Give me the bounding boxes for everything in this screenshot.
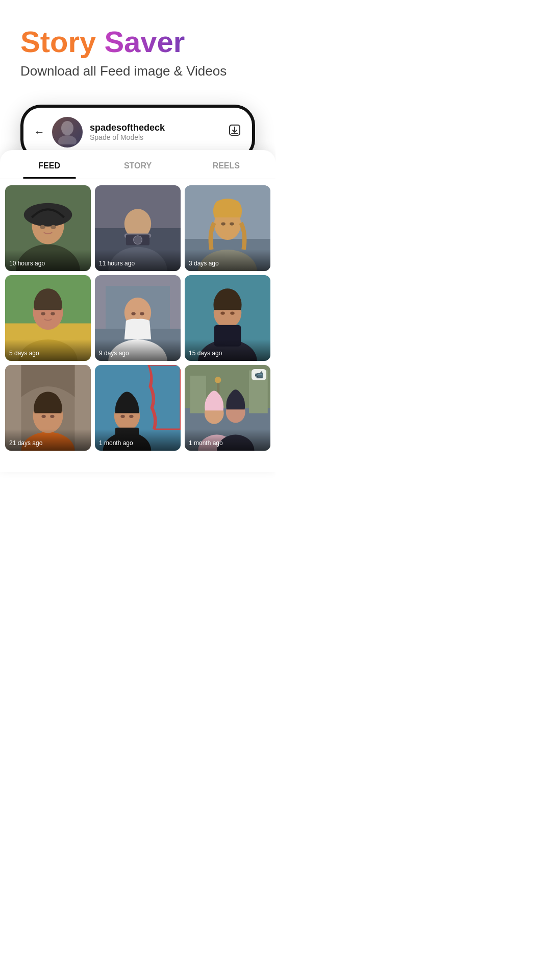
svg-point-34 — [140, 312, 144, 315]
grid-item-1[interactable]: 10 hours ago — [5, 185, 91, 271]
time-label-4: 5 days ago — [5, 339, 91, 361]
svg-point-50 — [129, 414, 133, 418]
svg-point-33 — [131, 312, 135, 315]
feed-grid: 10 hours ago 11 hours ago 3 days ago 5 d… — [0, 179, 276, 457]
svg-point-45 — [50, 414, 54, 418]
avatar-placeholder — [52, 117, 83, 148]
svg-point-38 — [220, 311, 224, 314]
svg-point-44 — [41, 414, 45, 418]
svg-point-0 — [61, 121, 73, 135]
download-button[interactable] — [228, 123, 242, 141]
profile-username: spadesofthedeck — [90, 122, 228, 133]
time-label-3: 3 days ago — [185, 250, 270, 271]
grid-item-9[interactable]: 📹1 month ago — [185, 365, 270, 451]
svg-point-21 — [230, 222, 234, 225]
back-button[interactable]: ← — [34, 126, 45, 139]
time-label-5: 9 days ago — [95, 339, 181, 361]
time-label-2: 11 hours ago — [95, 250, 181, 271]
profile-display-name: Spade of Models — [90, 133, 228, 141]
svg-rect-54 — [190, 376, 207, 413]
svg-point-26 — [41, 312, 45, 315]
app-subtitle: Download all Feed image & Videos — [20, 63, 255, 79]
grid-item-5[interactable]: 9 days ago — [95, 275, 181, 361]
grid-item-6[interactable]: 15 days ago — [185, 275, 270, 361]
grid-item-7[interactable]: 21 days ago — [5, 365, 91, 451]
svg-point-15 — [134, 235, 142, 244]
grid-item-8[interactable]: 1 month ago — [95, 365, 181, 451]
title-saver: Saver — [104, 25, 185, 58]
tab-reels[interactable]: REELS — [182, 150, 270, 179]
svg-point-8 — [51, 225, 56, 229]
time-label-1: 10 hours ago — [5, 250, 91, 271]
profile-info: spadesofthedeck Spade of Models — [90, 122, 228, 141]
svg-point-39 — [230, 311, 234, 314]
tabs-row: FEED STORY REELS — [0, 150, 276, 179]
svg-point-1 — [58, 135, 77, 144]
svg-point-20 — [221, 222, 225, 225]
card-container: FEED STORY REELS 10 hours ago 11 hours a… — [0, 150, 276, 472]
grid-item-2[interactable]: 11 hours ago — [95, 185, 181, 271]
time-label-7: 21 days ago — [5, 429, 91, 451]
svg-point-49 — [120, 414, 124, 418]
avatar — [52, 117, 83, 148]
grid-item-4[interactable]: 5 days ago — [5, 275, 91, 361]
svg-point-7 — [40, 225, 45, 229]
video-badge-9: 📹 — [252, 369, 266, 380]
time-label-6: 15 days ago — [185, 339, 270, 361]
title-story: Story — [20, 25, 96, 58]
header-section: Story Saver Download all Feed image & Vi… — [0, 0, 276, 89]
tab-feed[interactable]: FEED — [5, 150, 93, 179]
time-label-8: 1 month ago — [95, 429, 181, 451]
tab-story[interactable]: STORY — [93, 150, 182, 179]
svg-point-57 — [215, 377, 221, 383]
grid-item-3[interactable]: 3 days ago — [185, 185, 270, 271]
svg-point-27 — [51, 312, 55, 315]
time-label-9: 1 month ago — [185, 429, 270, 451]
app-title: Story Saver — [20, 26, 255, 58]
